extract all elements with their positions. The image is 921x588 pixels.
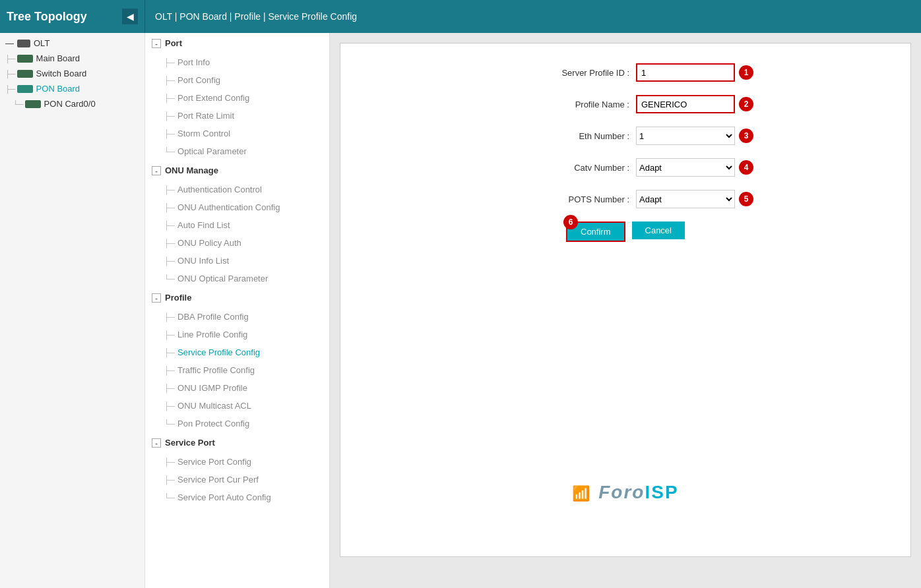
button-row: 6 Confirm Cancel [360, 221, 891, 242]
cancel-button[interactable]: Cancel [632, 221, 685, 239]
profile-name-label: Profile Name : [497, 100, 629, 109]
service-port-section-label: Service Port [165, 438, 215, 448]
sidebar-item-pon-board[interactable]: ├─ PON Board [0, 81, 144, 96]
pots-number-row: POTS Number : Adapt 0 1 2 5 [360, 190, 891, 208]
server-profile-id-label: Server Profile ID : [497, 68, 629, 78]
section-onu-manage[interactable]: - ONU Manage [145, 160, 329, 181]
main-board-icon [17, 55, 33, 63]
menu-port-config[interactable]: ├─ Port Config [145, 71, 329, 89]
confirm-btn-wrapper: 6 Confirm [566, 221, 632, 242]
form-container: Server Profile ID : 1 Profile Name : 2 E… [340, 43, 911, 557]
menu-port-rate-limit[interactable]: ├─ Port Rate Limit [145, 107, 329, 125]
onu-manage-items: ├─ Authentication Control ├─ ONU Authent… [145, 181, 329, 287]
menu-onu-igmp-profile[interactable]: ├─ ONU IGMP Profile [145, 379, 329, 397]
breadcrumb: OLT | PON Board | Profile | Service Prof… [145, 11, 367, 22]
watermark: 📶 ForoISP [572, 479, 678, 504]
menu-optical-parameter[interactable]: └─ Optical Parameter [145, 142, 329, 160]
tree-connector: ├─ [5, 55, 16, 63]
eth-number-row: Eth Number : 1 2 3 4 3 [360, 127, 891, 145]
menu-service-port-cur-perf[interactable]: ├─ Service Port Cur Perf [145, 471, 329, 488]
onu-manage-expand-icon: - [152, 166, 161, 175]
pon-card-label: PON Card0/0 [44, 99, 96, 109]
section-service-port[interactable]: - Service Port [145, 432, 329, 453]
eth-number-select[interactable]: 1 2 3 4 [636, 127, 735, 145]
profile-name-input[interactable] [636, 95, 735, 113]
profile-name-row: Profile Name : 2 [360, 95, 891, 113]
step-badge-1: 1 [739, 65, 753, 80]
menu-line-profile-config[interactable]: ├─ Line Profile Config [145, 326, 329, 343]
main-content: Server Profile ID : 1 Profile Name : 2 E… [330, 33, 921, 588]
profile-section-label: Profile [165, 293, 191, 303]
olt-text: OLT [34, 38, 49, 48]
menu-service-port-config[interactable]: ├─ Service Port Config [145, 453, 329, 471]
menu-traffic-profile-config[interactable]: ├─ Traffic Profile Config [145, 361, 329, 379]
profile-items: ├─ DBA Profile Config ├─ Line Profile Co… [145, 308, 329, 432]
tree-connector: ├─ [5, 85, 16, 93]
menu-onu-info-list[interactable]: ├─ ONU Info List [145, 252, 329, 270]
onu-manage-section-label: ONU Manage [165, 165, 218, 175]
olt-icon [17, 40, 30, 47]
olt-label: — OLT [0, 33, 144, 51]
catv-number-label: Catv Number : [497, 163, 629, 173]
menu-onu-optical-parameter[interactable]: └─ ONU Optical Parameter [145, 270, 329, 287]
watermark-foro: Foro [598, 482, 645, 502]
menu-service-profile-config[interactable]: ├─ Service Profile Config [145, 343, 329, 361]
port-items: ├─ Port Info ├─ Port Config ├─ Port Exte… [145, 53, 329, 160]
menu-pon-protect-config[interactable]: └─ Pon Protect Config [145, 415, 329, 432]
sidebar-title: Tree Topology ◀ [0, 0, 145, 33]
catv-number-row: Catv Number : Adapt 0 1 4 [360, 158, 891, 177]
watermark-icon: 📶 [572, 485, 591, 502]
switch-board-icon [17, 70, 33, 78]
menu-auto-find-list[interactable]: ├─ Auto Find List [145, 216, 329, 234]
step-badge-3: 3 [739, 129, 753, 143]
header: Tree Topology ◀ OLT | PON Board | Profil… [0, 0, 921, 33]
server-profile-id-row: Server Profile ID : 1 [360, 63, 891, 82]
step-badge-4: 4 [739, 160, 753, 175]
main-layout: — OLT ├─ Main Board ├─ Switch Board ├─ P… [0, 33, 921, 588]
section-profile[interactable]: - Profile [145, 287, 329, 308]
menu-port-extend-config[interactable]: ├─ Port Extend Config [145, 89, 329, 107]
port-section-label: Port [165, 38, 182, 48]
main-board-label: Main Board [36, 53, 80, 63]
menu-service-port-auto-config[interactable]: └─ Service Port Auto Config [145, 488, 329, 506]
tree-connector: └─ [13, 100, 24, 108]
menu-dba-profile-config[interactable]: ├─ DBA Profile Config [145, 308, 329, 326]
service-port-items: ├─ Service Port Config ├─ Service Port C… [145, 453, 329, 506]
catv-number-select[interactable]: Adapt 0 1 [636, 158, 735, 177]
step-badge-2: 2 [739, 97, 753, 111]
middle-panel: - Port ├─ Port Info ├─ Port Config ├─ Po… [145, 33, 330, 588]
watermark-isp: ISP [645, 482, 678, 502]
step-badge-5: 5 [739, 192, 753, 206]
step-badge-6: 6 [563, 215, 578, 229]
pon-card-icon [25, 100, 41, 108]
sidebar: — OLT ├─ Main Board ├─ Switch Board ├─ P… [0, 33, 145, 588]
menu-onu-auth-config[interactable]: ├─ ONU Authentication Config [145, 198, 329, 216]
collapse-button[interactable]: ◀ [122, 9, 138, 24]
menu-port-info[interactable]: ├─ Port Info [145, 53, 329, 71]
profile-expand-icon: - [152, 293, 161, 303]
sidebar-item-main-board[interactable]: ├─ Main Board [0, 51, 144, 66]
server-profile-id-input[interactable] [636, 63, 735, 82]
service-port-expand-icon: - [152, 438, 161, 448]
tree-connector: ├─ [5, 70, 16, 78]
pots-number-select[interactable]: Adapt 0 1 2 [636, 190, 735, 208]
pots-number-label: POTS Number : [497, 194, 629, 204]
menu-onu-policy-auth[interactable]: ├─ ONU Policy Auth [145, 234, 329, 252]
switch-board-label: Switch Board [36, 69, 87, 78]
app-title: Tree Topology [7, 10, 87, 24]
sidebar-item-switch-board[interactable]: ├─ Switch Board [0, 66, 144, 81]
sidebar-item-pon-card[interactable]: └─ PON Card0/0 [0, 96, 144, 111]
menu-storm-control[interactable]: ├─ Storm Control [145, 125, 329, 142]
pon-board-icon [17, 85, 33, 93]
section-port[interactable]: - Port [145, 33, 329, 53]
menu-onu-multicast-acl[interactable]: ├─ ONU Multicast ACL [145, 397, 329, 415]
eth-number-label: Eth Number : [497, 131, 629, 141]
pon-board-label: PON Board [36, 84, 80, 94]
port-expand-icon: - [152, 39, 161, 48]
menu-authentication-control[interactable]: ├─ Authentication Control [145, 181, 329, 198]
